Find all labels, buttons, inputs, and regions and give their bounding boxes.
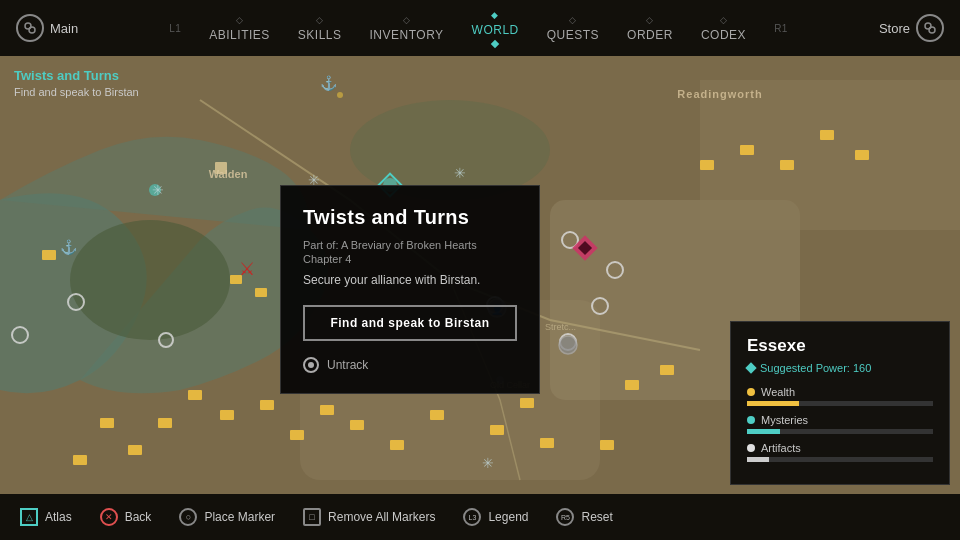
wealth-dot-icon <box>747 388 755 396</box>
svg-rect-29 <box>740 145 754 155</box>
nav-item-skills[interactable]: ◇ Skills <box>298 15 342 42</box>
untrack-label: Untrack <box>327 358 368 372</box>
svg-rect-25 <box>600 440 614 450</box>
svg-rect-23 <box>520 398 534 408</box>
svg-rect-15 <box>220 410 234 420</box>
place-marker-action[interactable]: ○ Place Marker <box>179 508 275 526</box>
mysteries-bar-fill <box>747 429 780 434</box>
top-left-quest-info: Twists and Turns Find and speak to Birst… <box>14 68 139 98</box>
svg-rect-13 <box>158 418 172 428</box>
svg-text:⚓: ⚓ <box>60 239 78 256</box>
svg-text:Readingworth: Readingworth <box>677 88 762 100</box>
wealth-bar-fill <box>747 401 799 406</box>
artifacts-stat: Artifacts <box>747 442 933 462</box>
back-btn-icon: ✕ <box>100 508 118 526</box>
active-quest-task: Find and speak to Birstan <box>14 86 139 98</box>
legend-action[interactable]: L3 Legend <box>463 508 528 526</box>
inventory-icon: ◇ <box>403 15 411 25</box>
nav-item-codex[interactable]: ◇ Codex <box>701 15 746 42</box>
svg-point-54 <box>559 336 577 354</box>
active-quest-name: Twists and Turns <box>14 68 139 83</box>
bottom-action-bar: △ Atlas ✕ Back ○ Place Marker □ Remove A… <box>0 494 960 540</box>
artifacts-label: Artifacts <box>761 442 801 454</box>
nav-center: L1 ◇ Abilities ◇ Skills ◇ Inventory ◆ Wo… <box>78 10 879 47</box>
atlas-label: Atlas <box>45 510 72 524</box>
quest-objective: Secure your alliance with Birstan. <box>303 273 517 287</box>
svg-rect-26 <box>625 380 639 390</box>
nav-btn-r1: R1 <box>774 23 788 34</box>
nav-btn-l1: L1 <box>169 23 181 34</box>
svg-rect-32 <box>855 150 869 160</box>
legend-btn-icon: L3 <box>463 508 481 526</box>
svg-text:✳: ✳ <box>454 165 466 181</box>
svg-text:⚔: ⚔ <box>239 259 255 279</box>
power-label: Suggested Power: 160 <box>760 362 871 374</box>
wealth-label: Wealth <box>761 386 795 398</box>
atlas-action[interactable]: △ Atlas <box>20 508 72 526</box>
mysteries-bar <box>747 429 933 434</box>
quest-title: Twists and Turns <box>303 206 517 229</box>
skills-icon: ◇ <box>316 15 324 25</box>
wealth-stat: Wealth <box>747 386 933 406</box>
svg-rect-18 <box>320 405 334 415</box>
remove-markers-action[interactable]: □ Remove All Markers <box>303 508 435 526</box>
svg-point-65 <box>929 27 935 33</box>
mysteries-dot-icon <box>747 416 755 424</box>
nav-store-section[interactable]: Store <box>879 14 944 42</box>
svg-rect-24 <box>540 438 554 448</box>
artifacts-bar-fill <box>747 457 769 462</box>
nav-item-world[interactable]: ◆ World <box>472 10 519 47</box>
svg-rect-19 <box>350 420 364 430</box>
svg-rect-11 <box>100 418 114 428</box>
svg-rect-21 <box>430 410 444 420</box>
svg-rect-9 <box>42 250 56 260</box>
artifacts-dot-icon <box>747 444 755 452</box>
nav-item-order[interactable]: ◇ Order <box>627 15 673 42</box>
svg-text:Stretc...: Stretc... <box>545 322 576 332</box>
svg-rect-10 <box>73 455 87 465</box>
back-action[interactable]: ✕ Back <box>100 508 152 526</box>
main-label: Main <box>50 21 78 36</box>
reset-label: Reset <box>581 510 612 524</box>
abilities-icon: ◇ <box>236 15 244 25</box>
svg-text:✳: ✳ <box>482 455 494 471</box>
back-label: Back <box>125 510 152 524</box>
quests-icon: ◇ <box>569 15 577 25</box>
svg-rect-27 <box>660 365 674 375</box>
svg-rect-17 <box>290 430 304 440</box>
svg-point-4 <box>70 220 230 340</box>
region-power: Suggested Power: 160 <box>747 362 933 374</box>
nav-item-quests[interactable]: ◇ Quests <box>547 15 599 42</box>
atlas-btn-icon: △ <box>20 508 38 526</box>
store-label: Store <box>879 21 910 36</box>
order-icon: ◇ <box>646 15 654 25</box>
mysteries-label: Mysteries <box>761 414 808 426</box>
untrack-circle-icon <box>303 357 319 373</box>
nav-item-inventory[interactable]: ◇ Inventory <box>370 15 444 42</box>
wealth-bar <box>747 401 933 406</box>
svg-text:✳: ✳ <box>152 182 164 198</box>
place-marker-btn-icon: ○ <box>179 508 197 526</box>
mysteries-stat: Mysteries <box>747 414 933 434</box>
svg-rect-3 <box>700 80 960 230</box>
svg-rect-28 <box>700 160 714 170</box>
world-icon: ◆ <box>491 10 499 20</box>
svg-point-7 <box>337 92 343 98</box>
svg-point-63 <box>29 27 35 33</box>
svg-rect-16 <box>260 400 274 410</box>
store-icon <box>916 14 944 42</box>
power-diamond-icon <box>745 362 756 373</box>
svg-text:Walden: Walden <box>209 168 248 180</box>
main-menu-icon <box>16 14 44 42</box>
svg-rect-12 <box>128 445 142 455</box>
remove-markers-label: Remove All Markers <box>328 510 435 524</box>
region-name: Essexe <box>747 336 933 356</box>
artifacts-bar <box>747 457 933 462</box>
quest-untrack-button[interactable]: Untrack <box>303 357 517 373</box>
nav-item-abilities[interactable]: ◇ Abilities <box>209 15 270 42</box>
quest-action-button[interactable]: Find and speak to Birstan <box>303 305 517 341</box>
nav-main-section[interactable]: Main <box>16 14 78 42</box>
place-marker-label: Place Marker <box>204 510 275 524</box>
legend-label: Legend <box>488 510 528 524</box>
reset-action[interactable]: R5 Reset <box>556 508 612 526</box>
